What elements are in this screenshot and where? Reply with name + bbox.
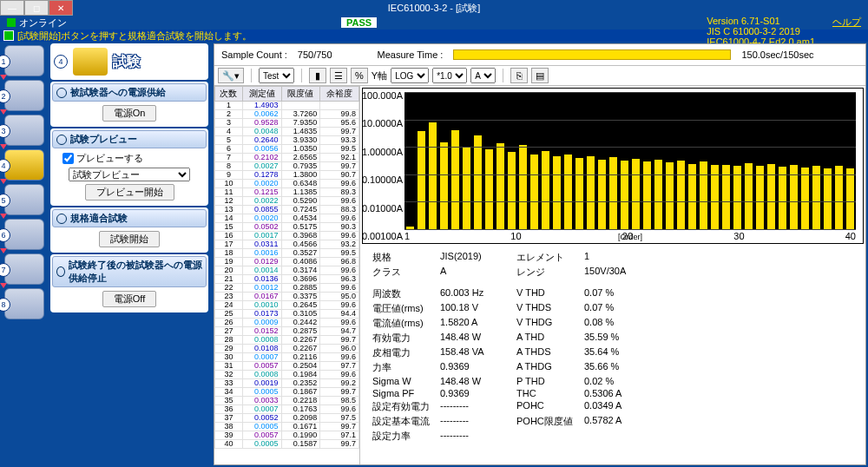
table-row[interactable]: 220.00120.288599.6 — [215, 284, 359, 293]
list-icon[interactable]: ☰ — [330, 68, 347, 83]
metric-cell: 158.48 VA — [440, 346, 510, 359]
test-select[interactable]: Test — [259, 68, 294, 83]
table-row[interactable]: 290.01080.226796.0 — [215, 345, 359, 353]
metric-cell: エレメント — [516, 251, 577, 264]
table-row[interactable]: 340.00050.186799.7 — [215, 388, 359, 397]
table-row[interactable]: 350.00330.221898.5 — [215, 397, 359, 405]
chart-bar — [485, 149, 493, 229]
table-row[interactable]: 160.00170.396899.6 — [215, 232, 359, 240]
chart-bar — [496, 143, 504, 229]
table-row[interactable]: 270.01520.287594.7 — [215, 327, 359, 336]
measure-label: Measure Time : — [378, 49, 444, 60]
table-row[interactable]: 210.01360.369696.3 — [215, 275, 359, 284]
close-button[interactable]: ✕ — [49, 0, 73, 16]
power-off-button[interactable]: 電源Off — [102, 291, 156, 307]
section-title[interactable]: 試験プレビュー — [52, 130, 207, 148]
table-row[interactable]: 360.00070.176399.6 — [215, 405, 359, 414]
step-button-5[interactable]: 5 — [4, 184, 44, 215]
percent-button[interactable]: % — [351, 68, 368, 83]
chart-bar — [835, 166, 843, 229]
table-row[interactable]: 20.00623.726099.8 — [215, 110, 359, 119]
table-row[interactable]: 400.00050.158799.7 — [215, 440, 359, 449]
metric-cell: --------- — [440, 400, 510, 413]
minimize-button[interactable]: — — [0, 0, 24, 16]
metric-cell: 1 — [584, 251, 654, 264]
preview-start-button[interactable]: プレビュー開始 — [85, 184, 174, 201]
table-row[interactable]: 70.21022.656592.1 — [215, 154, 359, 162]
step-button-6[interactable]: 6 — [4, 219, 44, 250]
metric-cell: 設定力率 — [372, 430, 433, 443]
unit-select[interactable]: A — [470, 68, 496, 83]
table-row[interactable]: 370.00520.209897.5 — [215, 414, 359, 423]
preview-check-label: プレビューする — [76, 152, 143, 165]
table-row[interactable]: 300.00070.211699.6 — [215, 353, 359, 362]
stage-header: 4 試験 — [50, 43, 208, 80]
section-title[interactable]: 規格適合試験 — [52, 209, 207, 227]
section-title[interactable]: 被試験器への電源供給 — [52, 83, 207, 102]
table-row[interactable]: 140.00200.453499.6 — [215, 214, 359, 223]
section-power-on: 被試験器への電源供給 電源On — [50, 82, 208, 127]
help-link[interactable]: ヘルプ — [832, 16, 861, 30]
metric-cell: THC — [516, 388, 577, 398]
table-row[interactable]: 170.03110.456693.2 — [215, 240, 359, 249]
preview-select[interactable]: 試験プレビュー — [69, 168, 190, 181]
mult-select[interactable]: *1.0 — [432, 68, 467, 83]
table-row[interactable]: 30.95287.935095.6 — [215, 119, 359, 128]
chart-bar — [643, 161, 651, 229]
table-row[interactable]: 120.00220.529099.6 — [215, 197, 359, 206]
table-row[interactable]: 380.00050.167199.7 — [215, 423, 359, 431]
table-row[interactable]: 320.00080.198499.6 — [215, 371, 359, 379]
step-button-4[interactable]: 4 — [4, 149, 44, 181]
step-button-8[interactable]: 8 — [4, 288, 44, 319]
table-row[interactable]: 330.00190.235299.2 — [215, 379, 359, 388]
log-select[interactable]: LOG — [391, 68, 429, 83]
online-tab[interactable]: オンライン — [0, 16, 74, 30]
section-test: 規格適合試験 試験開始 — [50, 207, 208, 253]
spec1-text: JIS C 61000-3-2 2019 — [707, 26, 815, 36]
step-button-3[interactable]: 3 — [4, 115, 44, 146]
table-row[interactable]: 390.00570.199097.1 — [215, 431, 359, 440]
table-row[interactable]: 250.01730.310594.4 — [215, 310, 359, 319]
metric-cell: 0.02 % — [584, 376, 654, 386]
metric-cell: 100.18 V — [440, 302, 510, 315]
metric-cell: 規格 — [372, 251, 433, 264]
table-row[interactable]: 11.4903 — [215, 102, 359, 110]
table-row[interactable]: 180.00160.352799.5 — [215, 249, 359, 258]
test-start-button[interactable]: 試験開始 — [99, 231, 160, 247]
pass-tab[interactable]: PASS — [334, 16, 384, 30]
grid-icon[interactable]: ▤ — [531, 68, 549, 83]
table-row[interactable]: 190.01290.408696.8 — [215, 258, 359, 266]
table-row[interactable]: 200.00140.317499.6 — [215, 266, 359, 275]
section-title[interactable]: 試験終了後の被試験器への電源供給停止 — [52, 256, 207, 287]
table-row[interactable]: 240.00100.264599.6 — [215, 301, 359, 310]
preview-check-input[interactable] — [62, 153, 74, 164]
tool-dropdown-1[interactable]: 🔧▾ — [218, 68, 244, 83]
table-row[interactable]: 110.12151.138589.3 — [215, 188, 359, 197]
table-row[interactable]: 100.00200.634899.6 — [215, 180, 359, 188]
table-row[interactable]: 90.12781.380090.7 — [215, 171, 359, 180]
metric-cell: 0.9369 — [440, 361, 510, 374]
table-row[interactable]: 130.08550.724588.3 — [215, 206, 359, 214]
data-table[interactable]: 次数測定値限度値余裕度11.490320.00623.726099.830.95… — [214, 86, 360, 464]
copy-icon[interactable]: ⎘ — [510, 68, 528, 83]
step-button-1[interactable]: 1 — [4, 45, 44, 76]
yaxis-label: Y軸 — [372, 69, 387, 82]
table-row[interactable]: 260.00090.244299.6 — [215, 319, 359, 327]
table-row[interactable]: 40.00481.483599.7 — [215, 128, 359, 136]
table-row[interactable]: 50.26403.933093.3 — [215, 136, 359, 145]
barchart-icon[interactable]: ▮ — [309, 68, 326, 83]
preview-checkbox[interactable]: プレビューする — [56, 152, 143, 165]
power-on-button[interactable]: 電源On — [102, 105, 157, 122]
table-row[interactable]: 280.00080.226799.7 — [215, 336, 359, 345]
toolbar: 🔧▾ Test ▮ ☰ % Y軸 LOG *1.0 A ⎘ ▤ — [214, 65, 865, 86]
chart-bar — [474, 135, 482, 229]
table-row[interactable]: 310.00570.250497.7 — [215, 362, 359, 371]
maximize-button[interactable]: ◻ — [24, 0, 49, 16]
table-row[interactable]: 230.01670.337595.0 — [215, 293, 359, 301]
online-label: オンライン — [19, 16, 67, 30]
table-row[interactable]: 150.05020.517590.3 — [215, 223, 359, 232]
step-button-2[interactable]: 2 — [4, 80, 44, 111]
table-row[interactable]: 80.00270.793599.7 — [215, 162, 359, 171]
step-button-7[interactable]: 7 — [4, 253, 44, 285]
table-row[interactable]: 60.00561.035099.5 — [215, 145, 359, 154]
